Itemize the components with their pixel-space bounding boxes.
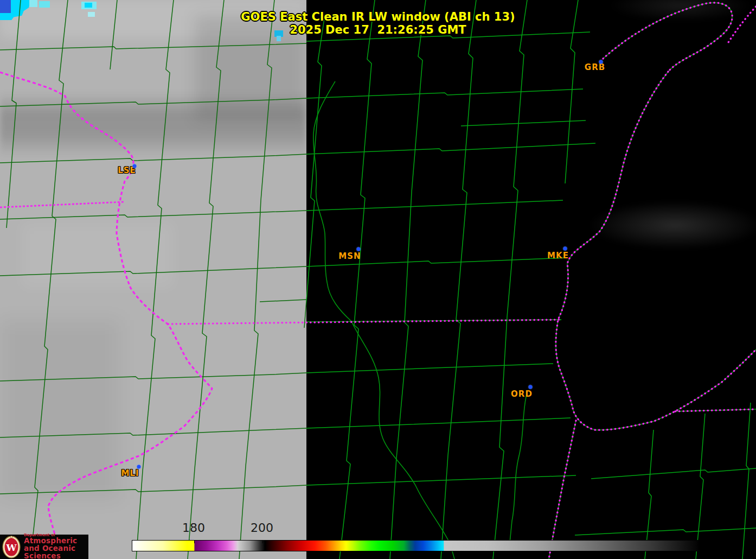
colorbar-tick-label: 180: [182, 521, 205, 535]
logo-line2: and Oceanic Sciences: [24, 545, 88, 559]
state-border-green-underlay: [306, 3, 756, 559]
svg-text:W: W: [5, 542, 17, 552]
station-label: MKE: [547, 251, 569, 261]
station-dot: [137, 465, 141, 469]
station-dot: [529, 385, 533, 389]
uw-aos-logo: W Department of Atmospheric and Oceanic …: [0, 535, 88, 559]
product-title: GOES East Clean IR LW window (ABI ch 13): [0, 10, 756, 23]
station-dot: [133, 164, 137, 168]
il-in-border-east: [675, 409, 756, 411]
colorbar-tick-label: 200: [251, 521, 273, 535]
map-overlay: [0, 0, 756, 559]
colorbar-tick: [262, 541, 263, 543]
station-dot: [563, 247, 567, 251]
uw-crest-icon: W: [2, 536, 21, 558]
mn-ia-border: [0, 202, 124, 207]
goes-satellite-map: GOES East Clean IR LW window (ABI ch 13)…: [0, 0, 756, 559]
wi-il-border: [168, 320, 560, 324]
colorbar-tick: [194, 541, 195, 543]
state-border-magenta: [0, 3, 756, 559]
station-label: GRB: [585, 62, 605, 72]
mississippi-river-border: [0, 72, 212, 559]
station-dot: [599, 60, 603, 64]
station-dot: [357, 247, 361, 251]
title-block: GOES East Clean IR LW window (ABI ch 13)…: [0, 10, 756, 36]
station-label: MSN: [338, 251, 361, 261]
timestamp: 2025 Dec 17 21:26:25 GMT: [0, 23, 756, 36]
lake-michigan-shoreline: [556, 72, 756, 430]
station-label: MLI: [121, 468, 139, 478]
logo-text: Department of Atmospheric and Oceanic Sc…: [24, 533, 88, 559]
station-label: ORD: [511, 389, 533, 399]
temperature-colorbar: [132, 540, 700, 551]
county-lines-east: [0, 0, 756, 559]
